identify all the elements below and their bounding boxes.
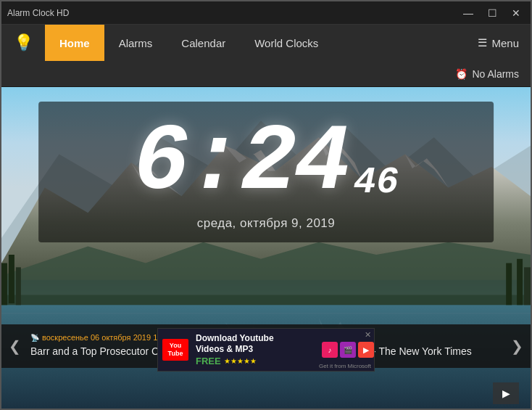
ad-stars: ★★★★★ <box>224 357 257 365</box>
ad-music-icon: ♪ <box>322 342 338 358</box>
menu-icon: ☰ <box>478 36 487 49</box>
ad-icons: ♪ 🎬 ▶ <box>322 342 374 358</box>
rss-icon: 📡 <box>30 334 39 342</box>
news-timestamp: воскресенье 06 октября 2019 12:00 <box>42 333 173 342</box>
nav-home[interactable]: Home <box>45 25 104 61</box>
ad-video-icon: ▶ <box>358 342 374 358</box>
ad-ms-badge: Get it from Microsoft <box>319 363 371 369</box>
svg-rect-15 <box>1 263 7 306</box>
news-next-button[interactable]: ❯ <box>511 337 523 355</box>
svg-rect-18 <box>506 263 512 306</box>
clock-seconds: 46 <box>354 164 399 202</box>
nav-items: Home Alarms Calendar World Clocks <box>45 25 466 61</box>
svg-rect-16 <box>9 255 14 303</box>
ad-subtitle: FREE <box>196 356 221 366</box>
nav-bar: 💡 Home Alarms Calendar World Clocks ☰ Me… <box>1 25 531 61</box>
clock-display: 6:24 46 <box>60 116 472 210</box>
news-prev-button[interactable]: ❮ <box>9 337 21 355</box>
app-title: Alarm Clock HD <box>7 8 69 18</box>
ad-text-area: Download Youtube Videos & MP3 FREE ★★★★★ <box>193 332 319 368</box>
no-alarms-indicator: ⏰ No Alarms <box>455 68 519 80</box>
status-bar: ⏰ No Alarms <box>1 61 531 87</box>
clock-time: 6:24 <box>133 116 348 210</box>
ad-close-button[interactable]: ✕ <box>365 330 371 340</box>
maximize-button[interactable]: ☐ <box>483 6 502 20</box>
menu-label: Menu <box>491 37 519 49</box>
title-bar: Alarm Clock HD — ☐ ✕ <box>1 1 531 25</box>
ad-banner: You Tube Download Youtube Videos & MP3 F… <box>157 328 375 372</box>
clock-overlay: 6:24 46 среда, октября 9, 2019 <box>38 102 494 242</box>
clock-date: среда, октября 9, 2019 <box>60 216 472 231</box>
main-content: 6:24 46 среда, октября 9, 2019 ❮ 📡 воскр… <box>1 87 531 410</box>
window-controls: — ☐ ✕ <box>459 6 525 20</box>
ad-title: Download Youtube Videos & MP3 <box>196 333 316 354</box>
youtube-logo: You Tube <box>162 339 188 361</box>
svg-rect-19 <box>517 259 523 306</box>
play-button[interactable]: ▶ <box>493 382 519 404</box>
svg-rect-20 <box>524 267 531 305</box>
nav-logo: 💡 <box>1 25 45 61</box>
nav-world-clocks[interactable]: World Clocks <box>240 25 333 61</box>
no-alarms-label: No Alarms <box>472 68 519 80</box>
svg-rect-17 <box>16 267 21 305</box>
alarm-icon: ⏰ <box>455 68 467 80</box>
ad-movie-icon: 🎬 <box>340 342 356 358</box>
nav-menu[interactable]: ☰ Menu <box>466 25 531 61</box>
nav-alarms[interactable]: Alarms <box>104 25 167 61</box>
close-button[interactable]: ✕ <box>507 6 525 20</box>
minimize-button[interactable]: — <box>459 6 478 20</box>
nav-calendar[interactable]: Calendar <box>167 25 240 61</box>
